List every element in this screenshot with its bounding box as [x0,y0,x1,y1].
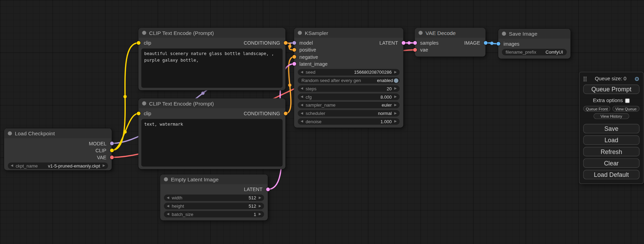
increment-arrow-icon[interactable]: ▶ [103,164,105,167]
widget-ckpt-name[interactable]: ◀ ckpt_name v1-5-pruned-emaonly.ckpt ▶ [8,162,108,169]
input-port-positive[interactable] [292,48,296,52]
output-port-conditioning[interactable] [284,111,288,115]
widget-filename-prefix[interactable]: filename_prefix ComfyUI [502,49,567,55]
collapse-dot-icon[interactable] [502,31,506,36]
node-ksampler[interactable]: KSampler model LATENT positive negative … [294,28,403,128]
decrement-arrow-icon[interactable]: ◀ [301,95,303,98]
increment-arrow-icon[interactable]: ▶ [394,120,397,123]
node-empty-latent-image[interactable]: Empty Latent Image LATENT ◀ width 512 ▶ … [160,174,268,220]
decrement-arrow-icon[interactable]: ◀ [167,196,169,199]
output-port-conditioning[interactable] [284,41,288,45]
node-load-checkpoint[interactable]: Load Checkpoint MODEL CLIP VAE ◀ ckpt_na… [4,128,112,170]
increment-arrow-icon[interactable]: ▶ [394,111,397,115]
prompt-textarea[interactable]: beautiful scenery nature glass bottle la… [141,48,283,88]
widget-height[interactable]: ◀ height 512 ▶ [164,203,264,209]
save-button[interactable]: Save [583,124,639,133]
input-port-clip[interactable] [136,111,140,115]
input-port-vae[interactable] [413,48,417,52]
node-title-bar[interactable]: Load Checkpoint [4,128,112,138]
node-save-image[interactable]: Save Image images filename_prefix ComfyU… [498,29,571,59]
clear-button[interactable]: Clear [583,159,639,168]
refresh-button[interactable]: Refresh [583,147,639,156]
widget-value: ComfyUI [546,49,563,54]
widget-value: 20 [387,86,392,91]
decrement-arrow-icon[interactable]: ◀ [11,164,13,167]
decrement-arrow-icon[interactable]: ◀ [301,103,303,107]
node-title-bar[interactable]: VAE Decode [415,28,485,38]
input-port-latent-image[interactable] [292,62,296,66]
load-default-button[interactable]: Load Default [583,170,639,179]
collapse-dot-icon[interactable] [164,177,168,181]
queue-prompt-button[interactable]: Queue Prompt [583,84,639,94]
increment-arrow-icon[interactable]: ▶ [394,103,397,107]
collapse-dot-icon[interactable] [298,31,302,35]
queue-buttons-row: Queue Front View Queue [583,106,639,112]
input-port-samples[interactable] [413,41,417,45]
node-title-bar[interactable]: CLIP Text Encode (Prompt) [139,99,285,108]
output-port-clip[interactable] [110,148,114,152]
widget-denoise[interactable]: ◀ denoise 1.000 ▶ [298,118,400,125]
node-title-bar[interactable]: CLIP Text Encode (Prompt) [139,28,285,38]
collapse-dot-icon[interactable] [418,31,423,35]
increment-arrow-icon[interactable]: ▶ [394,71,397,74]
decrement-arrow-icon[interactable]: ◀ [301,120,303,123]
widget-seed-control[interactable]: Random seed after every gen enabled [298,77,400,84]
node-vae-decode[interactable]: VAE Decode samples IMAGE vae [415,28,485,57]
input-port-clip[interactable] [136,41,140,45]
node-graph-canvas[interactable]: Load Checkpoint MODEL CLIP VAE ◀ ckpt_na… [0,0,644,244]
increment-arrow-icon[interactable]: ▶ [259,213,261,216]
widget-sampler-name[interactable]: ◀ sampler_name euler ▶ [298,102,400,108]
widget-scheduler[interactable]: ◀ scheduler normal ▶ [298,110,400,117]
settings-gear-icon[interactable]: ⚙ [634,76,639,82]
widget-cfg[interactable]: ◀ cfg 8.000 ▶ [298,93,400,100]
output-port-image[interactable] [484,41,487,45]
widget-label: ckpt_name [16,163,38,168]
output-label-image: IMAGE [464,40,480,46]
node-title-bar[interactable]: Save Image [498,29,571,38]
decrement-arrow-icon[interactable]: ◀ [167,204,169,207]
slot-row: MODEL [4,140,112,147]
decrement-arrow-icon[interactable]: ◀ [301,87,303,90]
drag-handle-icon[interactable] [583,76,587,81]
node-title: VAE Decode [425,30,456,36]
collapse-dot-icon[interactable] [142,101,146,106]
node-title-bar[interactable]: KSampler [294,28,403,38]
widget-value: 512 [249,195,256,200]
increment-arrow-icon[interactable]: ▶ [259,204,261,207]
view-queue-button[interactable]: View Queue [612,106,639,112]
increment-arrow-icon[interactable]: ▶ [259,196,261,199]
widget-seed[interactable]: ◀ seed 156680208700286 ▶ [298,69,400,75]
decrement-arrow-icon[interactable]: ◀ [301,111,303,115]
collapse-dot-icon[interactable] [8,131,12,135]
node-clip-text-encode-negative[interactable]: CLIP Text Encode (Prompt) clip CONDITION… [139,99,285,169]
widget-label: steps [306,86,316,91]
widget-value: 1.000 [380,119,392,124]
node-title-bar[interactable]: Empty Latent Image [160,174,268,184]
load-button[interactable]: Load [583,135,639,145]
widget-width[interactable]: ◀ width 512 ▶ [164,195,264,201]
increment-arrow-icon[interactable]: ▶ [394,95,397,98]
queue-front-button[interactable]: Queue Front [583,106,610,112]
node-title: KSampler [305,30,328,36]
input-port-negative[interactable] [292,55,296,59]
toggle-knob-icon[interactable] [394,78,398,83]
output-port-model[interactable] [110,142,114,145]
decrement-arrow-icon[interactable]: ◀ [167,213,169,216]
output-port-vae[interactable] [110,155,114,159]
output-port-latent[interactable] [266,188,270,191]
view-history-button[interactable]: View History [593,113,629,119]
collapse-dot-icon[interactable] [142,31,146,35]
input-port-images[interactable] [496,42,500,46]
widget-steps[interactable]: ◀ steps 20 ▶ [298,85,400,92]
widget-value: 156680208700286 [354,70,392,75]
decrement-arrow-icon[interactable]: ◀ [301,71,303,74]
prompt-textarea[interactable]: text, watermark [141,119,283,167]
increment-arrow-icon[interactable]: ▶ [394,87,397,90]
history-button-row: View History [583,113,639,119]
extra-options-checkbox[interactable] [625,98,630,103]
node-clip-text-encode-positive[interactable]: CLIP Text Encode (Prompt) clip CONDITION… [139,28,285,90]
node-title: Empty Latent Image [171,176,219,182]
input-port-model[interactable] [292,41,296,45]
widget-batch-size[interactable]: ◀ batch_size 1 ▶ [164,211,264,217]
output-port-latent[interactable] [402,41,405,45]
